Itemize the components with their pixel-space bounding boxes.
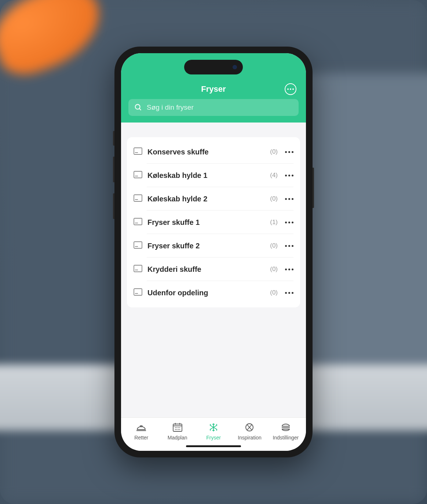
svg-rect-14 (134, 289, 142, 295)
page-title: Fryser (201, 84, 226, 94)
tab-label: Indstillinger (273, 435, 299, 441)
drawer-more-button[interactable] (285, 245, 293, 247)
drawer-more-button[interactable] (285, 292, 293, 294)
search-input[interactable] (147, 103, 293, 112)
phone-frame: Fryser Konserves skuffe (0) Køleska (114, 47, 313, 457)
tab-inspiration[interactable]: Inspiration (231, 422, 267, 441)
utensils-icon (244, 422, 255, 432)
home-indicator[interactable] (186, 445, 241, 447)
search-icon (134, 103, 142, 112)
tab-indstillinger[interactable]: Indstillinger (268, 422, 304, 441)
drawer-row[interactable]: Udenfor opdeling (0) (127, 281, 300, 304)
tab-label: Inspiration (238, 435, 262, 441)
drawer-icon (134, 194, 142, 203)
drawer-row[interactable]: Køleskab hylde 1 (4) (127, 164, 300, 187)
svg-rect-8 (134, 218, 142, 225)
drawer-more-button[interactable] (285, 222, 293, 223)
drawer-label: Udenfor opdeling (147, 289, 265, 297)
tab-retter[interactable]: Retter (123, 422, 159, 441)
drawer-count: (4) (270, 172, 278, 179)
drawer-count: (0) (270, 195, 278, 202)
dish-icon (136, 422, 147, 432)
tab-madplan[interactable]: Madplan (159, 422, 195, 441)
svg-rect-18 (173, 424, 182, 431)
content-area: Konserves skuffe (0) Køleskab hylde 1 (4… (121, 123, 306, 417)
phone-notch (184, 60, 243, 74)
drawer-list-card: Konserves skuffe (0) Køleskab hylde 1 (4… (127, 137, 300, 307)
drawer-count: (0) (270, 266, 278, 273)
drawer-row[interactable]: Krydderi skuffe (0) (127, 258, 300, 281)
drawer-count: (0) (270, 289, 278, 296)
svg-rect-10 (134, 242, 142, 248)
drawer-count: (0) (270, 242, 278, 249)
svg-rect-4 (134, 171, 142, 178)
drawer-row[interactable]: Konserves skuffe (0) (127, 140, 300, 164)
tab-label: Retter (134, 435, 148, 441)
calendar-icon (172, 422, 183, 432)
drawer-icon (134, 265, 142, 274)
drawer-label: Krydderi skuffe (147, 265, 265, 274)
drawer-label: Fryser skuffe 1 (147, 218, 265, 227)
drawer-label: Køleskab hylde 2 (147, 195, 265, 203)
svg-rect-6 (134, 195, 142, 201)
tab-label: Fryser (206, 435, 221, 441)
drawer-more-button[interactable] (285, 151, 293, 153)
burger-icon (280, 422, 291, 432)
header-more-button[interactable] (285, 83, 296, 95)
drawer-label: Køleskab hylde 1 (147, 171, 265, 180)
drawer-label: Fryser skuffe 2 (147, 242, 265, 250)
snowflake-icon (208, 422, 219, 432)
tab-label: Madplan (168, 435, 187, 441)
drawer-more-button[interactable] (285, 175, 293, 176)
drawer-icon (134, 241, 142, 250)
drawer-row[interactable]: Køleskab hylde 2 (0) (127, 187, 300, 211)
svg-line-1 (139, 109, 141, 110)
search-bar[interactable] (128, 99, 299, 116)
drawer-more-button[interactable] (285, 269, 293, 270)
svg-point-0 (135, 105, 140, 109)
svg-point-16 (140, 426, 142, 427)
app-screen: Fryser Konserves skuffe (0) Køleska (121, 53, 306, 451)
drawer-count: (1) (270, 219, 278, 226)
drawer-row[interactable]: Fryser skuffe 1 (1) (127, 211, 300, 234)
drawer-icon (134, 218, 142, 227)
drawer-icon (134, 288, 142, 297)
svg-rect-2 (134, 148, 142, 154)
tab-fryser[interactable]: Fryser (196, 422, 231, 441)
drawer-count: (0) (270, 148, 278, 156)
drawer-icon (134, 147, 142, 156)
drawer-icon (134, 171, 142, 180)
drawer-label: Konserves skuffe (147, 148, 265, 156)
drawer-row[interactable]: Fryser skuffe 2 (0) (127, 234, 300, 258)
svg-rect-12 (134, 265, 142, 272)
drawer-more-button[interactable] (285, 198, 293, 200)
